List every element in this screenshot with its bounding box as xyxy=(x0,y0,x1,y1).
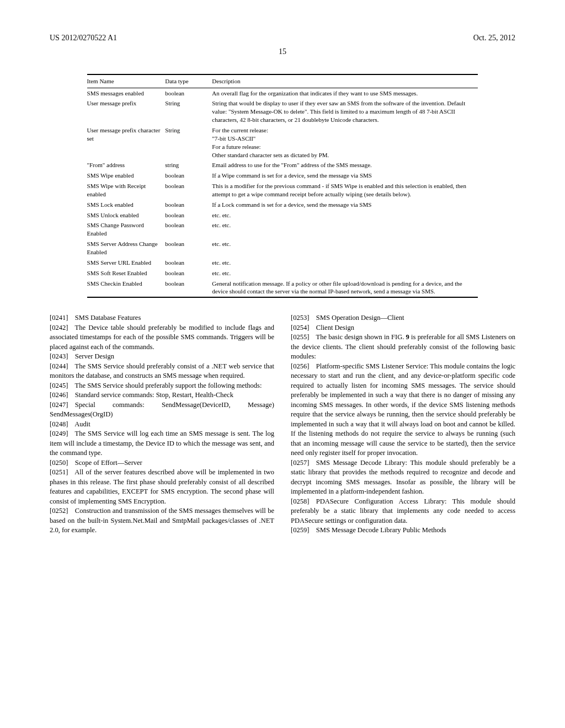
cell-item-name: SMS messages enabled xyxy=(87,88,166,98)
paragraph: [0257] SMS Message Decode Library: This … xyxy=(291,458,515,497)
cell-description: An overall flag for the organization tha… xyxy=(212,88,478,98)
paragraph-text: SMS Message Decode Library Public Method… xyxy=(316,526,446,534)
cell-data-type: boolean xyxy=(165,181,212,200)
page-number: 15 xyxy=(50,47,515,57)
table-header-row: Item Name Data type Description xyxy=(87,74,478,88)
cell-description: For the current release: "7-bit US-ASCII… xyxy=(212,125,478,160)
paragraph-text: SMS Database Features xyxy=(75,314,141,322)
paragraph: [0243] Server Design xyxy=(50,352,274,362)
cell-data-type: String xyxy=(165,98,212,125)
paragraph-number: [0256] xyxy=(291,362,309,370)
paragraph-text: Scope of Effort—Server xyxy=(75,459,142,467)
paragraph: [0250] Scope of Effort—Server xyxy=(50,458,274,468)
paragraph-text: The basic design shown in FIG. 9 is pref… xyxy=(291,333,515,360)
cell-data-type: string xyxy=(165,160,212,170)
paragraph: [0251] All of the server features descri… xyxy=(50,468,274,506)
paragraph: [0246] Standard service commands: Stop, … xyxy=(50,390,274,400)
cell-item-name: SMS Unlock enabled xyxy=(87,210,166,221)
cell-data-type: String xyxy=(165,125,212,160)
paragraph: [0241] SMS Database Features xyxy=(50,313,274,323)
table-row: "From" addressstringEmail address to use… xyxy=(87,160,478,170)
paragraph: [0255] The basic design shown in FIG. 9 … xyxy=(291,333,515,362)
cell-data-type: boolean xyxy=(165,220,212,239)
table-row: SMS Wipe with Receipt enabledbooleanThis… xyxy=(87,181,478,200)
paragraph: [0248] Audit xyxy=(50,420,274,430)
table-row: SMS Unlock enabledbooleanetc. etc. xyxy=(87,210,478,221)
cell-description: If a Wipe command is set for a device, s… xyxy=(212,170,478,181)
paragraph-text: Platform-specific SMS Listener Service: … xyxy=(291,362,515,457)
left-column: [0241] SMS Database Features[0242] The D… xyxy=(50,313,274,536)
cell-item-name: SMS Lock enabled xyxy=(87,200,166,210)
paragraph-text: All of the server features described abo… xyxy=(50,468,274,505)
cell-data-type: boolean xyxy=(165,88,212,98)
paragraph: [0253] SMS Operation Design—Client xyxy=(291,313,515,323)
paragraph: [0245] The SMS Service should preferably… xyxy=(50,381,274,391)
right-column: [0253] SMS Operation Design—Client[0254]… xyxy=(291,313,515,536)
paragraph-number: [0245] xyxy=(50,382,68,389)
paragraph-text: The SMS Service should preferably consis… xyxy=(50,362,274,380)
publication-date: Oct. 25, 2012 xyxy=(473,33,515,44)
cell-item-name: "From" address xyxy=(87,160,166,170)
col-header-description: Description xyxy=(212,74,478,88)
cell-data-type: boolean xyxy=(165,210,212,221)
paragraph-number: [0255] xyxy=(291,333,309,341)
cell-item-name: SMS Server Address Change Enabled xyxy=(87,239,166,258)
body-columns: [0241] SMS Database Features[0242] The D… xyxy=(50,313,515,536)
cell-item-name: User message prefix xyxy=(87,98,166,125)
paragraph-text: SMS Operation Design—Client xyxy=(316,314,404,322)
paragraph: [0252] Construction and transmission of … xyxy=(50,506,274,536)
col-header-data-type: Data type xyxy=(165,74,212,88)
paragraph-number: [0251] xyxy=(50,468,68,476)
table-row: SMS Server Address Change Enabledboolean… xyxy=(87,239,478,258)
table-row: SMS messages enabledbooleanAn overall fl… xyxy=(87,88,478,98)
paragraph-number: [0246] xyxy=(50,391,68,399)
cell-data-type: boolean xyxy=(165,279,212,298)
paragraph: [0244] The SMS Service should preferably… xyxy=(50,362,274,381)
paragraph: [0254] Client Design xyxy=(291,323,515,333)
cell-item-name: SMS Wipe enabled xyxy=(87,170,166,181)
page-header: US 2012/0270522 A1 Oct. 25, 2012 xyxy=(50,33,515,44)
cell-description: etc. etc. xyxy=(212,268,478,279)
paragraph-number: [0243] xyxy=(50,352,68,360)
paragraph-text: Audit xyxy=(74,420,90,428)
cell-description: General notification message. If a polic… xyxy=(212,279,478,298)
paragraph-number: [0253] xyxy=(291,314,309,322)
paragraph-text: Standard service commands: Stop, Restart… xyxy=(75,391,233,399)
parameters-table: Item Name Data type Description SMS mess… xyxy=(87,74,478,298)
paragraph: [0259] SMS Message Decode Library Public… xyxy=(291,526,515,536)
table-row: SMS Soft Reset Enabledbooleanetc. etc. xyxy=(87,268,478,279)
cell-data-type: boolean xyxy=(165,268,212,279)
cell-item-name: SMS Wipe with Receipt enabled xyxy=(87,181,166,200)
paragraph-number: [0244] xyxy=(50,362,68,370)
cell-data-type: boolean xyxy=(165,200,212,210)
paragraph: [0242] The Device table should preferabl… xyxy=(50,323,274,352)
paragraph-number: [0247] xyxy=(50,401,68,409)
paragraph-number: [0254] xyxy=(291,324,309,331)
cell-description: Email address to use for the "From" addr… xyxy=(212,160,478,170)
paragraph-text: Client Design xyxy=(316,324,354,331)
paragraph: [0249] The SMS Service will log each tim… xyxy=(50,429,274,458)
paragraph-number: [0259] xyxy=(291,526,309,534)
cell-description: etc. etc. xyxy=(212,210,478,221)
paragraph-text: Construction and transmission of the SMS… xyxy=(50,507,274,534)
paragraph-number: [0249] xyxy=(50,430,68,437)
cell-data-type: boolean xyxy=(165,258,212,268)
publication-number: US 2012/0270522 A1 xyxy=(50,33,117,44)
cell-item-name: SMS Soft Reset Enabled xyxy=(87,268,166,279)
cell-data-type: boolean xyxy=(165,239,212,258)
cell-item-name: SMS Change Password Enabled xyxy=(87,220,166,239)
figure-reference: 9 xyxy=(406,333,409,341)
cell-item-name: SMS Server URL Enabled xyxy=(87,258,166,268)
paragraph-text: PDASecure Configuration Access Library: … xyxy=(291,497,515,524)
table-row: User message prefix character setStringF… xyxy=(87,125,478,160)
cell-item-name: SMS Checkin Enabled xyxy=(87,279,166,298)
paragraph-text: SMS Message Decode Library: This module … xyxy=(291,459,515,496)
cell-item-name: User message prefix character set xyxy=(87,125,166,160)
cell-description: etc. etc. xyxy=(212,258,478,268)
paragraph-number: [0241] xyxy=(50,314,68,322)
paragraph: [0247] Special commands: SendMessage(Dev… xyxy=(50,400,274,420)
table-row: SMS Server URL Enabledbooleanetc. etc. xyxy=(87,258,478,268)
paragraph-number: [0242] xyxy=(50,324,68,331)
table-row: User message prefixStringString that wou… xyxy=(87,98,478,125)
paragraph-number: [0250] xyxy=(50,459,68,467)
